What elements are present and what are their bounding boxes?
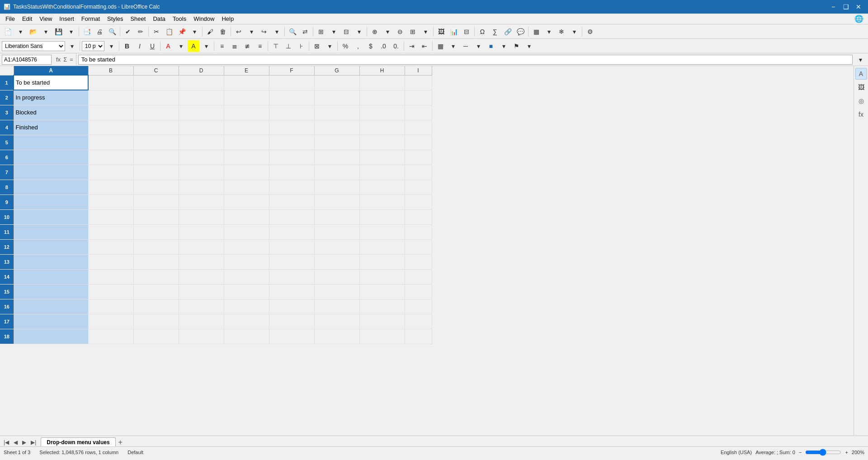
cell-F9[interactable]	[269, 194, 314, 209]
row-number-18[interactable]: 18	[0, 329, 14, 344]
copy-button[interactable]: 📋	[163, 26, 175, 38]
cell-C16[interactable]	[133, 299, 179, 314]
cell-C9[interactable]	[133, 194, 179, 209]
headers-dropdown[interactable]: ▾	[543, 26, 555, 38]
col-width-button[interactable]: ⊞	[315, 26, 327, 38]
cell-B14[interactable]	[88, 269, 133, 284]
merge-dropdown[interactable]: ▾	[324, 40, 335, 52]
cell-B11[interactable]	[88, 224, 133, 239]
cell-H2[interactable]	[359, 90, 405, 105]
cell-G4[interactable]	[314, 120, 359, 135]
borders-button[interactable]: ▦	[434, 40, 446, 52]
cell-C17[interactable]	[133, 314, 179, 329]
cell-H15[interactable]	[359, 284, 405, 299]
increase-indent-button[interactable]: ⇥	[406, 40, 418, 52]
formula-button[interactable]: ∑	[489, 26, 501, 38]
cell-H7[interactable]	[359, 165, 405, 180]
col-header-F[interactable]: F	[269, 66, 314, 75]
cell-I11[interactable]	[405, 224, 432, 239]
bg-color-button[interactable]: ■	[485, 40, 497, 52]
cell-E11[interactable]	[224, 224, 269, 239]
menu-window[interactable]: Window	[190, 14, 218, 24]
cell-B15[interactable]	[88, 284, 133, 299]
underline-button[interactable]: U	[146, 40, 158, 52]
cell-H6[interactable]	[359, 150, 405, 165]
cell-F16[interactable]	[269, 299, 314, 314]
cell-F15[interactable]	[269, 284, 314, 299]
cell-G16[interactable]	[314, 299, 359, 314]
cell-E16[interactable]	[224, 299, 269, 314]
cell-D16[interactable]	[179, 299, 224, 314]
cell-D6[interactable]	[179, 150, 224, 165]
col-header-G[interactable]: G	[314, 66, 359, 75]
borders-dropdown[interactable]: ▾	[447, 40, 459, 52]
cell-F3[interactable]	[269, 105, 314, 120]
align-center-button[interactable]: ≣	[229, 40, 241, 52]
menu-data[interactable]: Data	[149, 14, 169, 24]
gallery-panel-icon[interactable]: 🖼	[855, 81, 867, 93]
cell-E4[interactable]	[224, 120, 269, 135]
col-header-H[interactable]: H	[359, 66, 405, 75]
cell-I15[interactable]	[405, 284, 432, 299]
font-name-select[interactable]: Liberation Sans	[2, 41, 65, 51]
row-number-7[interactable]: 7	[0, 165, 14, 180]
align-middle-button[interactable]: ⊥	[283, 40, 294, 52]
cell-I14[interactable]	[405, 269, 432, 284]
cell-F18[interactable]	[269, 329, 314, 344]
cell-B1[interactable]	[88, 75, 133, 90]
row-number-14[interactable]: 14	[0, 269, 14, 284]
name-box[interactable]	[2, 55, 52, 65]
menu-format[interactable]: Format	[78, 14, 104, 24]
cond-format-dropdown[interactable]: ▾	[523, 40, 535, 52]
cell-A10[interactable]	[14, 209, 88, 224]
formula-input[interactable]	[78, 55, 853, 65]
decimal-less-button[interactable]: 0.	[390, 40, 402, 52]
cell-G10[interactable]	[314, 209, 359, 224]
cell-B17[interactable]	[88, 314, 133, 329]
decimal-more-button[interactable]: .0	[377, 40, 389, 52]
row-height-dropdown[interactable]: ▾	[353, 26, 365, 38]
cell-G12[interactable]	[314, 239, 359, 254]
cell-D9[interactable]	[179, 194, 224, 209]
cell-D12[interactable]	[179, 239, 224, 254]
cell-F4[interactable]	[269, 120, 314, 135]
cell-H13[interactable]	[359, 254, 405, 269]
cell-G7[interactable]	[314, 165, 359, 180]
new-button[interactable]: 📄	[2, 26, 14, 38]
cell-B8[interactable]	[88, 180, 133, 194]
paste-dropdown[interactable]: ▾	[189, 26, 200, 38]
formula-expand-button[interactable]: ▾	[854, 54, 866, 66]
row-number-10[interactable]: 10	[0, 209, 14, 224]
cell-I13[interactable]	[405, 254, 432, 269]
undo-dropdown[interactable]: ▾	[245, 26, 257, 38]
cell-E13[interactable]	[224, 254, 269, 269]
cell-B9[interactable]	[88, 194, 133, 209]
cell-G1[interactable]	[314, 75, 359, 90]
freeze-button[interactable]: ❄	[556, 26, 567, 38]
cell-E10[interactable]	[224, 209, 269, 224]
highlight-dropdown[interactable]: ▾	[200, 40, 212, 52]
delete-rows-button[interactable]: ⊖	[394, 26, 406, 38]
cell-A18[interactable]	[14, 329, 88, 344]
menu-tools[interactable]: Tools	[169, 14, 190, 24]
cell-H12[interactable]	[359, 239, 405, 254]
cell-F7[interactable]	[269, 165, 314, 180]
find-replace-button[interactable]: ⇄	[299, 26, 311, 38]
insert-rows-button[interactable]: ⊕	[369, 26, 381, 38]
cell-H9[interactable]	[359, 194, 405, 209]
row-number-4[interactable]: 4	[0, 120, 14, 135]
cell-G17[interactable]	[314, 314, 359, 329]
cell-C1[interactable]	[133, 75, 179, 90]
cell-B13[interactable]	[88, 254, 133, 269]
cell-E2[interactable]	[224, 90, 269, 105]
zoom-slider[interactable]	[805, 449, 841, 456]
cell-C10[interactable]	[133, 209, 179, 224]
row-number-12[interactable]: 12	[0, 239, 14, 254]
cell-F17[interactable]	[269, 314, 314, 329]
sheet-last-button[interactable]: ▶|	[29, 438, 38, 446]
cell-F10[interactable]	[269, 209, 314, 224]
border-style-dropdown[interactable]: ▾	[472, 40, 484, 52]
clear-format-button[interactable]: 🗑	[217, 26, 229, 38]
cell-D18[interactable]	[179, 329, 224, 344]
cell-G15[interactable]	[314, 284, 359, 299]
